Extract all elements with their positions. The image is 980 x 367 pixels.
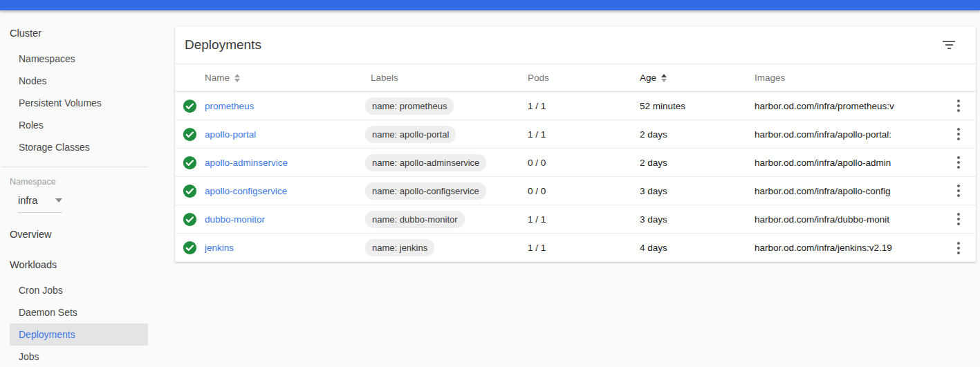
sidebar-item-deployments[interactable]: Deployments [10, 323, 148, 346]
table-body: prometheus name: prometheus 1 / 1 52 min… [175, 92, 976, 262]
table-row: apollo-adminservice name: apollo-adminse… [175, 149, 976, 177]
label-chip: name: apollo-portal [365, 126, 456, 143]
sort-icon-active-asc[interactable] [661, 74, 667, 82]
status-cell [175, 156, 205, 170]
namespace-label: Namespace [10, 177, 175, 187]
age-value: 3 days [640, 214, 755, 225]
age-value: 3 days [640, 186, 755, 196]
images-value: harbor.od.com/infra/apollo-portal: [755, 129, 941, 140]
row-menu-icon[interactable] [953, 183, 964, 198]
table-row: apollo-configservice name: apollo-config… [175, 177, 976, 205]
label-chip: name: dubbo-monitor [365, 211, 465, 228]
column-header-age[interactable]: Age [640, 73, 755, 83]
sidebar-item-storage-classes[interactable]: Storage Classes [10, 136, 148, 158]
column-header-name[interactable]: Name [205, 73, 371, 83]
chevron-down-icon [55, 198, 62, 203]
filter-list-icon[interactable] [940, 38, 958, 52]
pods-value: 1 / 1 [528, 129, 640, 140]
table-row: prometheus name: prometheus 1 / 1 52 min… [175, 92, 976, 120]
cluster-item-list: Namespaces Nodes Persistent Volumes Role… [10, 48, 148, 158]
images-value: harbor.od.com/infra/apollo-config [755, 186, 941, 196]
sidebar-item-roles[interactable]: Roles [10, 114, 148, 136]
label-chip: name: prometheus [365, 97, 454, 115]
namespace-select[interactable]: infra [18, 195, 62, 213]
pods-value: 1 / 1 [528, 214, 640, 225]
sort-icon[interactable] [234, 74, 240, 82]
app-bar [0, 0, 980, 10]
age-value: 4 days [640, 243, 755, 253]
status-cell [175, 241, 205, 255]
deployments-card: Deployments Name Labels Pods Age [175, 26, 976, 262]
row-menu-icon[interactable] [953, 211, 964, 227]
row-menu-icon[interactable] [953, 155, 964, 170]
status-ok-icon [183, 241, 197, 255]
status-cell [175, 99, 205, 113]
sidebar-item-daemon-sets[interactable]: Daemon Sets [10, 301, 148, 323]
column-header-labels: Labels [371, 73, 528, 83]
row-menu-icon[interactable] [953, 241, 964, 256]
status-cell [175, 127, 205, 142]
pods-value: 1 / 1 [528, 101, 640, 111]
pods-value: 0 / 0 [528, 186, 640, 196]
table-row: apollo-portal name: apollo-portal 1 / 1 … [175, 120, 976, 149]
status-ok-icon [183, 99, 197, 113]
images-value: harbor.od.com/infra/prometheus:v [755, 101, 941, 111]
deployment-name-link[interactable]: apollo-portal [205, 129, 256, 140]
deployment-name-link[interactable]: apollo-adminservice [205, 158, 288, 168]
table-row: jenkins name: jenkins 1 / 1 4 days harbo… [175, 234, 976, 262]
status-cell [175, 184, 205, 198]
row-menu-icon[interactable] [953, 98, 964, 113]
pods-value: 1 / 1 [528, 243, 640, 253]
sidebar-item-jobs[interactable]: Jobs [10, 346, 148, 367]
label-chip: name: apollo-adminservice [365, 154, 486, 171]
sidebar-nav: Cluster Namespaces Nodes Persistent Volu… [0, 10, 175, 367]
status-ok-icon [183, 212, 197, 227]
page-layout: Cluster Namespaces Nodes Persistent Volu… [0, 10, 980, 367]
label-chip: name: apollo-configservice [365, 182, 486, 200]
status-ok-icon [183, 127, 197, 142]
namespace-selected-value: infra [18, 195, 37, 206]
images-value: harbor.od.com/infra/dubbo-monit [755, 214, 941, 225]
label-chip: name: jenkins [365, 239, 434, 256]
deployment-name-link[interactable]: prometheus [205, 101, 254, 111]
row-menu-icon[interactable] [953, 126, 964, 142]
workloads-item-list: Cron Jobs Daemon Sets Deployments Jobs [10, 279, 148, 367]
status-ok-icon [183, 184, 197, 198]
card-header: Deployments [175, 26, 976, 64]
sidebar-item-overview[interactable]: Overview [0, 223, 175, 246]
column-header-pods: Pods [528, 73, 640, 83]
status-ok-icon [183, 156, 197, 170]
age-value: 2 days [640, 158, 755, 168]
deployment-name-link[interactable]: apollo-configservice [205, 186, 287, 196]
deployment-name-link[interactable]: dubbo-monitor [205, 214, 265, 225]
main-content: Deployments Name Labels Pods Age [175, 10, 980, 367]
table-header-row: Name Labels Pods Age Images [175, 64, 976, 92]
status-cell [175, 212, 205, 227]
sidebar-section-workloads[interactable]: Workloads [0, 253, 175, 276]
sidebar-item-cron-jobs[interactable]: Cron Jobs [10, 279, 148, 301]
deployment-name-link[interactable]: jenkins [205, 243, 234, 253]
sidebar-divider [1, 167, 148, 167]
images-value: harbor.od.com/infra/apollo-admin [755, 158, 941, 168]
column-header-images: Images [755, 73, 941, 83]
images-value: harbor.od.com/infra/jenkins:v2.19 [755, 243, 941, 253]
sidebar-item-namespaces[interactable]: Namespaces [10, 48, 148, 70]
table-row: dubbo-monitor name: dubbo-monitor 1 / 1 … [175, 205, 976, 234]
pods-value: 0 / 0 [528, 158, 640, 168]
sidebar-section-cluster[interactable]: Cluster [0, 21, 175, 45]
sidebar-item-nodes[interactable]: Nodes [10, 70, 148, 92]
sidebar-item-persistent-volumes[interactable]: Persistent Volumes [10, 92, 148, 114]
page-title: Deployments [185, 37, 261, 53]
age-value: 52 minutes [640, 101, 755, 111]
age-value: 2 days [640, 129, 755, 140]
